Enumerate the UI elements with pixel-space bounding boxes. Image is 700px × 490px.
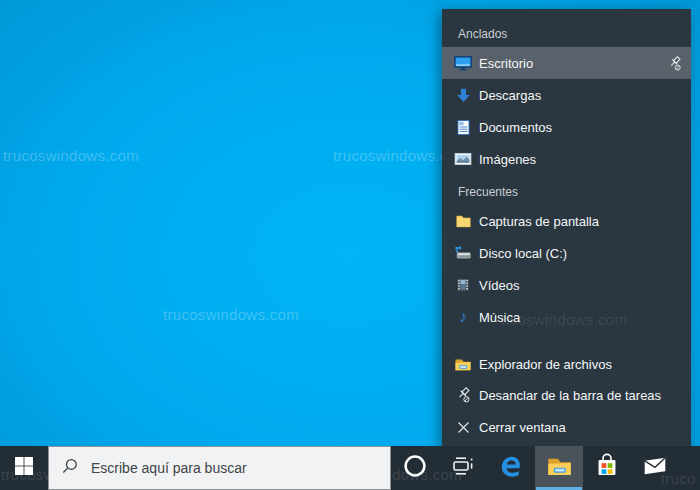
file-explorer-icon xyxy=(454,355,472,373)
watermark: trucoswindows.com xyxy=(3,147,139,164)
item-label: Imágenes xyxy=(479,152,536,167)
desktop: trucoswindows.com trucoswindows.com truc… xyxy=(0,0,700,490)
item-label: Disco local (C:) xyxy=(479,246,567,261)
document-icon xyxy=(454,118,472,136)
jumplist-item-capturas[interactable]: Capturas de pantalla xyxy=(442,205,691,237)
section-header-frequent: Frecuentes xyxy=(458,185,518,199)
item-label: Explorador de archivos xyxy=(479,357,612,372)
jumplist-item-escritorio[interactable]: Escritorio xyxy=(442,47,691,79)
item-label: Desanclar de la barra de tareas xyxy=(479,388,661,403)
pictures-icon xyxy=(454,150,472,168)
mail-button[interactable] xyxy=(631,446,679,490)
task-view-button[interactable] xyxy=(439,446,487,490)
jumplist-item-cerrar[interactable]: Cerrar ventana xyxy=(442,411,691,443)
item-label: Capturas de pantalla xyxy=(479,214,599,229)
close-icon xyxy=(454,418,472,436)
search-icon xyxy=(61,457,79,479)
jumplist-item-videos[interactable]: Vídeos xyxy=(442,269,691,301)
video-icon xyxy=(454,276,472,294)
item-label: Descargas xyxy=(479,88,541,103)
taskbar-search[interactable] xyxy=(48,446,391,490)
jumplist-item-disco-local[interactable]: Disco local (C:) xyxy=(442,237,691,269)
windows-logo-icon xyxy=(14,456,34,480)
item-label: Música xyxy=(479,310,520,325)
unpin-icon xyxy=(454,386,472,404)
section-header-pinned: Anclados xyxy=(458,27,507,41)
disk-icon xyxy=(454,244,472,262)
unpin-icon[interactable] xyxy=(665,54,683,72)
music-icon: ♪ xyxy=(454,308,472,326)
jumplist-item-musica[interactable]: ♪ Música xyxy=(442,301,691,333)
jumplist-item-desanclar[interactable]: Desanclar de la barra de tareas xyxy=(442,379,691,411)
folder-icon xyxy=(454,212,472,230)
desktop-icon xyxy=(454,54,472,72)
watermark: trucoswindows.com xyxy=(163,306,299,323)
item-label: Documentos xyxy=(479,120,552,135)
item-label: Escritorio xyxy=(479,56,533,71)
cortana-button[interactable] xyxy=(391,446,439,490)
taskbar xyxy=(0,446,700,490)
file-explorer-button[interactable] xyxy=(535,446,583,490)
store-icon xyxy=(594,453,620,483)
download-icon xyxy=(454,86,472,104)
task-view-icon xyxy=(451,454,475,482)
start-button[interactable] xyxy=(0,446,48,490)
file-explorer-icon xyxy=(546,453,573,484)
cortana-icon xyxy=(403,454,427,482)
jumplist-panel: Anclados Escritorio xyxy=(442,9,691,446)
store-button[interactable] xyxy=(583,446,631,490)
item-label: Cerrar ventana xyxy=(479,420,566,435)
edge-button[interactable] xyxy=(487,446,535,490)
jumplist-item-imagenes[interactable]: Imágenes xyxy=(442,143,691,175)
mail-icon xyxy=(642,453,668,483)
jumplist-item-documentos[interactable]: Documentos xyxy=(442,111,691,143)
edge-icon xyxy=(498,453,525,484)
item-label: Vídeos xyxy=(479,278,519,293)
jumplist-item-explorador[interactable]: Explorador de archivos xyxy=(442,348,691,380)
search-input[interactable] xyxy=(89,459,373,477)
jumplist-item-descargas[interactable]: Descargas xyxy=(442,79,691,111)
